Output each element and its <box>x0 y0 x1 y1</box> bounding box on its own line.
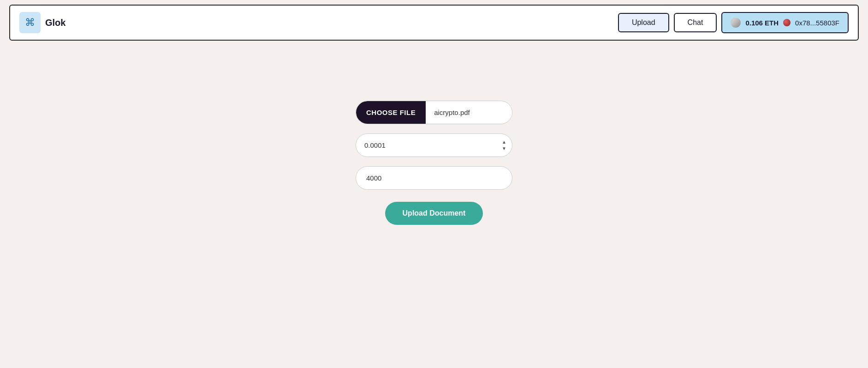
wallet-dot-icon <box>783 19 791 26</box>
number-input-wrapper: ▲ ▼ <box>356 133 512 157</box>
file-name-display: aicrypto.pdf <box>426 104 512 121</box>
text-input[interactable] <box>356 166 512 190</box>
file-chooser-wrapper: CHOOSE FILE aicrypto.pdf <box>356 101 512 124</box>
upload-button[interactable]: Upload <box>618 13 669 32</box>
choose-file-button[interactable]: CHOOSE FILE <box>356 101 426 124</box>
wallet-address: 0x78...55803F <box>795 19 839 27</box>
main-content: CHOOSE FILE aicrypto.pdf ▲ ▼ Upload Docu… <box>0 45 868 225</box>
eth-amount: 0.106 ETH <box>745 19 779 27</box>
chat-button[interactable]: Chat <box>674 13 717 32</box>
spinner-box: ▲ ▼ <box>500 139 512 152</box>
spinner-up-button[interactable]: ▲ <box>500 139 508 145</box>
eth-icon <box>731 18 741 28</box>
spinner-down-button[interactable]: ▼ <box>500 145 508 152</box>
wallet-badge[interactable]: 0.106 ETH 0x78...55803F <box>721 12 849 33</box>
number-input[interactable] <box>356 134 500 157</box>
logo-icon: ⌘ <box>25 17 35 29</box>
upload-document-button[interactable]: Upload Document <box>385 202 483 225</box>
header: ⌘ Glok Upload Chat 0.106 ETH 0x78...5580… <box>9 5 859 41</box>
logo-box: ⌘ <box>19 12 41 33</box>
header-right: Upload Chat 0.106 ETH 0x78...55803F <box>618 12 849 33</box>
brand-name: Glok <box>45 18 65 28</box>
header-left: ⌘ Glok <box>19 12 65 33</box>
text-input-wrapper <box>356 166 512 190</box>
